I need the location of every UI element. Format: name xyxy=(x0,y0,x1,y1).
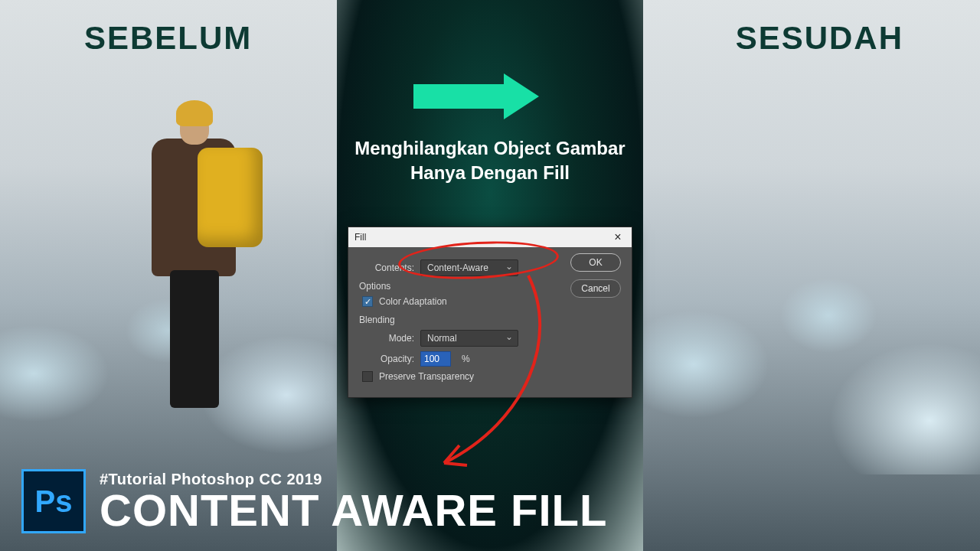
opacity-unit: % xyxy=(462,354,470,364)
preserve-transparency-checkbox[interactable]: ✓ Preserve Transparency xyxy=(362,371,474,382)
cancel-button[interactable]: Cancel xyxy=(570,279,621,298)
opacity-label: Opacity: xyxy=(358,354,414,364)
main-title: CONTENT AWARE FILL xyxy=(100,488,607,533)
mode-label: Mode: xyxy=(358,333,414,344)
after-label: SESUDAH xyxy=(736,20,903,57)
dialog-body: OK Cancel Contents: Content-Aware Option… xyxy=(348,247,632,397)
dialog-titlebar[interactable]: Fill × xyxy=(348,227,632,247)
ok-button[interactable]: OK xyxy=(570,253,621,272)
close-icon[interactable]: × xyxy=(610,230,626,244)
blending-label: Blending xyxy=(359,315,622,325)
checkbox-icon: ✓ xyxy=(362,296,373,307)
color-adaptation-checkbox[interactable]: ✓ Color Adaptation xyxy=(362,296,447,307)
mode-value: Normal xyxy=(427,333,457,344)
person-figure xyxy=(138,88,253,409)
mode-select[interactable]: Normal xyxy=(420,330,518,347)
ice-right xyxy=(643,230,980,474)
contents-label: Contents: xyxy=(358,262,414,273)
center-description: Menghilangkan Object Gambar Hanya Dengan… xyxy=(352,136,628,186)
color-adaptation-label: Color Adaptation xyxy=(379,296,447,307)
opacity-input[interactable]: 100 xyxy=(420,351,451,367)
bottom-banner: Ps #Tutorial Photoshop CC 2019 CONTENT A… xyxy=(0,452,980,551)
contents-value: Content-Aware xyxy=(427,262,488,273)
preserve-label: Preserve Transparency xyxy=(379,371,474,382)
photoshop-logo: Ps xyxy=(21,469,86,533)
arrow-icon xyxy=(413,73,551,119)
dialog-title: Fill xyxy=(354,232,366,243)
contents-select[interactable]: Content-Aware xyxy=(420,259,518,276)
fill-dialog: Fill × OK Cancel Contents: Content-Aware… xyxy=(348,227,632,398)
checkbox-icon: ✓ xyxy=(362,371,373,382)
before-label: SEBELUM xyxy=(84,20,252,57)
